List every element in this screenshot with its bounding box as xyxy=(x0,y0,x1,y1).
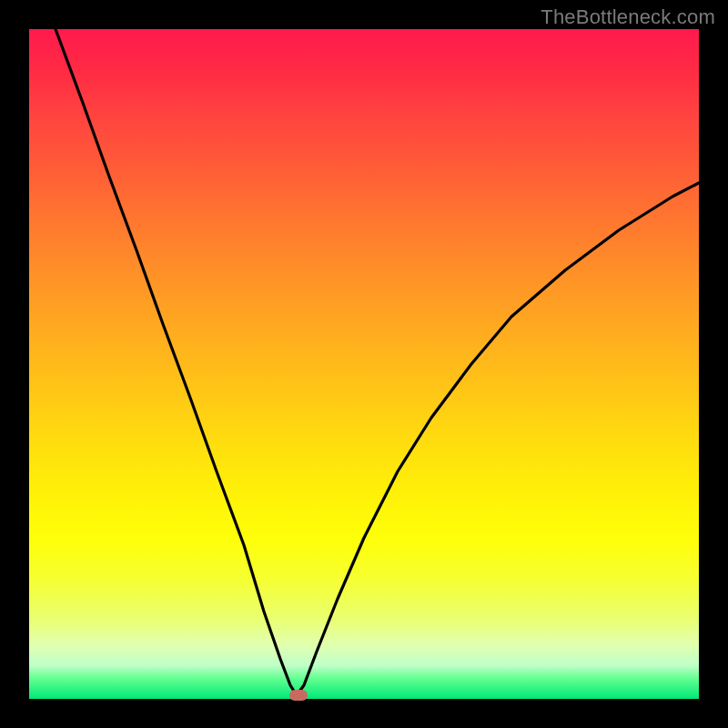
plot-background-gradient xyxy=(29,29,699,699)
minimum-marker xyxy=(289,690,308,701)
watermark-text: TheBottleneck.com xyxy=(541,5,715,29)
chart-frame: TheBottleneck.com xyxy=(0,0,728,728)
